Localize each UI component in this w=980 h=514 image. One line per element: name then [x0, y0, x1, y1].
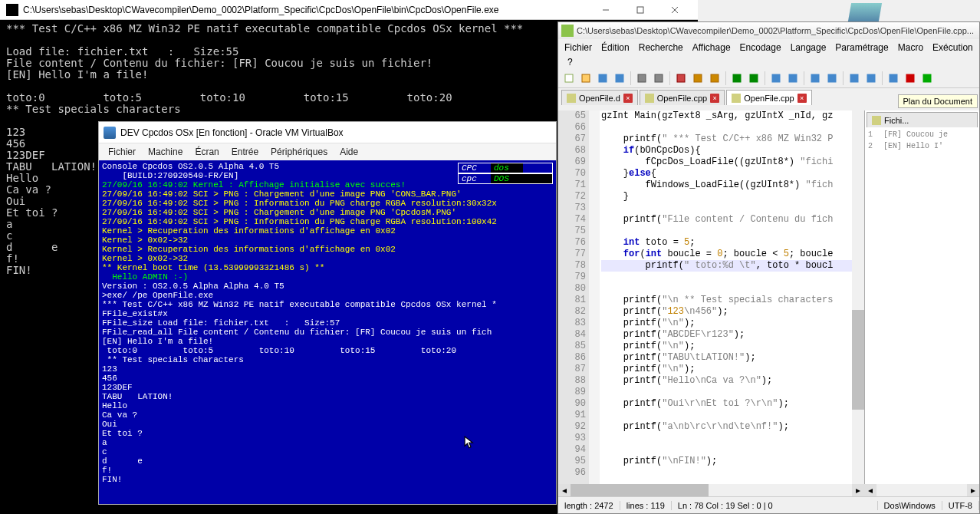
code-line[interactable]: if(bOnCpcDos){	[601, 145, 852, 157]
vm-guest-screen[interactable]: Console Cpcdos OS2.0.5 Alpha 4.0 T5 [BUI…	[99, 160, 556, 504]
hscroll-thumb[interactable]	[571, 484, 709, 496]
code-line[interactable]	[601, 226, 852, 237]
paste-icon[interactable]	[707, 71, 722, 86]
tab-close-icon[interactable]: ×	[623, 94, 633, 103]
doc-panel-file-tab[interactable]: Fichi...	[867, 112, 978, 127]
tab-close-icon[interactable]: ×	[710, 94, 719, 103]
code-line[interactable]	[601, 387, 852, 398]
code-line[interactable]: printf("123\n456");	[601, 306, 852, 318]
code-line[interactable]: printf("\n ** Test specials characters	[601, 295, 852, 306]
code-line[interactable]	[601, 467, 852, 479]
code-line[interactable]: gzInt Main(gzText8 _sArg, gzUIntX _nId, …	[601, 110, 852, 122]
zoom-in-icon[interactable]	[807, 71, 823, 86]
vm-menu-fichier[interactable]: Fichier	[102, 145, 142, 159]
doc-line[interactable]: 1[FR] Coucou je	[865, 129, 979, 140]
code-line[interactable]	[601, 410, 852, 421]
code-text[interactable]: gzInt Main(gzText8 _sArg, gzUIntX _nId, …	[600, 110, 852, 496]
menu-édition[interactable]: Édition	[597, 41, 634, 54]
minimize-button[interactable]	[588, 2, 623, 18]
print-icon[interactable]	[634, 71, 649, 86]
menu-help[interactable]: ?	[563, 55, 577, 69]
save-icon[interactable]	[595, 71, 610, 86]
statusbar: length : 2472 lines : 119 Ln : 78 Col : …	[558, 496, 979, 513]
vm-menu-machine[interactable]: Machine	[142, 145, 189, 159]
scroll-thumb[interactable]	[852, 310, 864, 410]
redo-icon[interactable]	[746, 71, 761, 86]
replace-icon[interactable]	[785, 71, 801, 86]
code-line[interactable]: printf("\nFIN!");	[601, 456, 852, 467]
cut-icon[interactable]	[673, 71, 689, 86]
code-line[interactable]: printf("TABU\tLATION!");	[601, 352, 852, 364]
code-line[interactable]: fCpcDos_LoadFile((gzUInt8*) "fichi	[601, 157, 852, 168]
fold-gutter[interactable]	[589, 110, 600, 496]
code-line[interactable]: printf("\n");	[601, 364, 852, 375]
hscroll-left-button[interactable]: ◂	[558, 484, 571, 496]
code-line[interactable]: printf("\n");	[601, 318, 852, 329]
print-now-icon[interactable]	[651, 71, 666, 86]
menu-fichier[interactable]: Fichier	[560, 41, 597, 54]
virtualbox-icon	[104, 127, 116, 139]
menu-langage[interactable]: Langage	[786, 41, 831, 54]
hscroll-right-button-2[interactable]: ▸	[967, 484, 979, 496]
record-icon[interactable]	[903, 71, 918, 86]
indent-icon[interactable]	[886, 71, 901, 86]
code-line[interactable]: }	[601, 191, 852, 203]
code-line[interactable]: int toto = 5;	[601, 237, 852, 249]
hscroll-left-button-2[interactable]: ◂	[864, 484, 876, 496]
console-titlebar: C:\Users\sebas\Desktop\CWavecompiler\Dem…	[0, 0, 698, 20]
code-line[interactable]: printf("Hello\nCa va ?\n");	[601, 375, 852, 387]
horizontal-scrollbar[interactable]: ◂ ▸ ◂ ▸	[558, 484, 979, 496]
find-icon[interactable]	[768, 71, 784, 86]
code-line[interactable]	[601, 283, 852, 295]
status-position: Ln : 78 Col : 19 Sel : 0 | 0	[672, 501, 878, 510]
vm-menu-écran[interactable]: Écran	[189, 145, 225, 159]
code-line[interactable]: printf("a\nb\rc\r\nd\te\nf!");	[601, 421, 852, 433]
close-button[interactable]	[657, 2, 692, 18]
menu-affichage[interactable]: Affichage	[688, 41, 735, 54]
code-line[interactable]	[601, 272, 852, 283]
code-line[interactable]: printf("File content / Contenu du fich	[601, 214, 852, 226]
svg-rect-23	[923, 74, 931, 82]
maximize-button[interactable]	[623, 2, 657, 18]
menu-recherche[interactable]: Recherche	[634, 41, 688, 54]
save-all-icon[interactable]	[612, 71, 627, 86]
code-area[interactable]: 65 66 67 68 69 70 71 72 73 74 75 76 77 7…	[558, 110, 864, 496]
tab-2[interactable]: OpenFile.cpp×	[726, 90, 811, 105]
menu-macro[interactable]: Macro	[893, 41, 928, 54]
undo-icon[interactable]	[729, 71, 745, 86]
desktop-recycle-bin-icon[interactable]	[848, 3, 882, 21]
tab-0[interactable]: OpenFile.d×	[561, 90, 638, 105]
code-line[interactable]: printf(" *** Test C/C++ x86 MZ Win32 P	[601, 133, 852, 145]
vertical-scrollbar[interactable]	[852, 110, 864, 496]
vm-menu-entrée[interactable]: Entrée	[225, 145, 265, 159]
vm-menu-périphériques[interactable]: Périphériques	[265, 145, 334, 159]
ws-icon[interactable]	[863, 71, 879, 86]
code-line[interactable]: }else{	[601, 168, 852, 180]
code-line[interactable]	[601, 433, 852, 444]
code-line[interactable]: fWindows_LoadFile((gzUInt8*) "fich	[601, 180, 852, 191]
code-line[interactable]: printf(" toto:%d \t", toto * boucl	[601, 260, 852, 272]
vm-menu-aide[interactable]: Aide	[334, 145, 364, 159]
wrap-icon[interactable]	[847, 71, 862, 86]
doc-line[interactable]: 2[EN] Hello I'	[865, 140, 979, 152]
tab-1[interactable]: OpenFile.cpp×	[640, 90, 725, 105]
code-line[interactable]	[601, 444, 852, 456]
console-title: C:\Users\sebas\Desktop\CWavecompiler\Dem…	[23, 5, 588, 15]
tab-close-icon[interactable]: ×	[797, 94, 807, 103]
hscroll-right-button[interactable]: ▸	[852, 484, 864, 496]
play-icon[interactable]	[919, 71, 935, 86]
menu-encodage[interactable]: Encodage	[735, 41, 786, 54]
code-line[interactable]	[601, 203, 852, 214]
new-file-icon[interactable]	[561, 71, 577, 86]
open-file-icon[interactable]	[578, 71, 594, 86]
code-line[interactable]: printf("\n");	[601, 341, 852, 352]
code-line[interactable]: printf("ABCDEF\r123");	[601, 329, 852, 341]
zoom-out-icon[interactable]	[824, 71, 840, 86]
menu-paramétrage[interactable]: Paramétrage	[830, 41, 893, 54]
code-line[interactable]	[601, 122, 852, 133]
code-line[interactable]: printf("Oui\r\nEt toi ?\r\n");	[601, 398, 852, 410]
menu-exécution[interactable]: Exécution	[928, 41, 978, 54]
copy-icon[interactable]	[690, 71, 705, 86]
code-line[interactable]: for(int boucle = 0; boucle < 5; boucle	[601, 249, 852, 260]
cpc-cell-tr: dos	[491, 163, 523, 173]
